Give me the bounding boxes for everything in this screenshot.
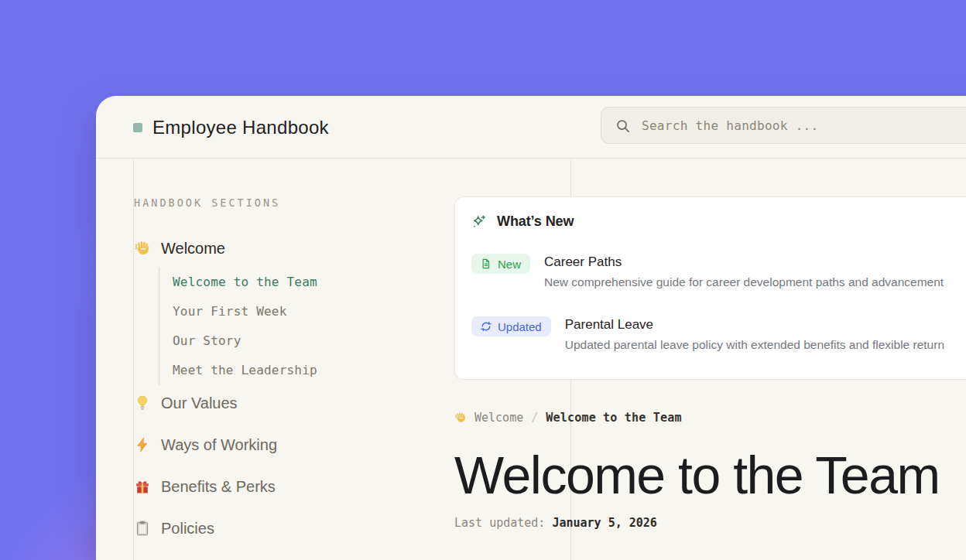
- brand-title: Employee Handbook: [152, 117, 329, 138]
- bulb-icon: [134, 394, 151, 411]
- wave-hand-icon: [454, 411, 467, 424]
- document-icon: [481, 258, 492, 269]
- breadcrumb-section-link[interactable]: Welcome: [474, 411, 523, 425]
- news-text: Career Paths New comprehensive guide for…: [544, 254, 944, 290]
- subsection-your-first-week[interactable]: Your First Week: [173, 297, 436, 326]
- sidebar-item-label: Welcome: [161, 238, 225, 258]
- last-updated-label: Last updated:: [454, 516, 545, 530]
- updated-badge: Updated: [471, 316, 551, 336]
- breadcrumb-current-page: Welcome to the Team: [546, 411, 681, 425]
- handbook-window: Employee Handbook HANDBOOK SECTIONS: [96, 96, 966, 560]
- sidebar-item-ways-of-working[interactable]: Ways of Working: [134, 435, 436, 455]
- bolt-icon: [134, 436, 151, 453]
- search-input[interactable]: [642, 118, 966, 133]
- subsection-our-story[interactable]: Our Story: [173, 326, 436, 356]
- sidebar: HANDBOOK SECTIONS: [134, 159, 436, 538]
- desktop-background: { "brand": { "title": "Employee Handbook…: [0, 0, 966, 560]
- subsection-welcome-to-the-team[interactable]: Welcome to the Team: [173, 268, 436, 297]
- gift-icon: [134, 478, 151, 495]
- sidebar-item-label: Our Values: [161, 393, 238, 413]
- refresh-icon: [481, 321, 492, 332]
- sidebar-item-policies[interactable]: Policies: [134, 518, 436, 538]
- news-item-title: Parental Leave: [565, 316, 944, 333]
- breadcrumb-separator: /: [531, 411, 538, 425]
- sidebar-item-label: Benefits & Perks: [161, 476, 276, 497]
- badge-label: New: [498, 258, 521, 271]
- last-updated-date: January 5, 2026: [552, 516, 656, 530]
- sidebar-item-welcome[interactable]: Welcome: [134, 238, 436, 258]
- badge-label: Updated: [498, 320, 542, 333]
- sidebar-item-our-values[interactable]: Our Values: [134, 393, 436, 413]
- news-item-description: New comprehensive guide for career devel…: [544, 274, 944, 290]
- sidebar-heading: HANDBOOK SECTIONS: [134, 196, 436, 209]
- breadcrumb: Welcome / Welcome to the Team: [454, 409, 966, 426]
- window-body: HANDBOOK SECTIONS: [96, 159, 966, 559]
- sidebar-item-benefits-perks[interactable]: Benefits & Perks: [134, 476, 436, 497]
- sparkle-icon: [471, 214, 487, 230]
- main-content: What’s New New Career Paths New comprehe…: [454, 159, 966, 530]
- brand: Employee Handbook: [133, 96, 329, 159]
- news-item-description: Updated parental leave policy with exten…: [565, 336, 944, 353]
- whats-new-item-parental-leave[interactable]: Updated Parental Leave Updated parental …: [471, 316, 966, 353]
- page-title: Welcome to the Team: [454, 446, 966, 504]
- new-badge: New: [471, 254, 530, 274]
- whats-new-title: What’s New: [497, 213, 574, 230]
- wave-hand-icon: [134, 240, 151, 257]
- welcome-subsections: Welcome to the Team Your First Week Our …: [159, 268, 436, 385]
- clipboard-icon: [134, 520, 151, 537]
- sidebar-item-label: Policies: [161, 518, 214, 538]
- window-header: Employee Handbook: [96, 96, 966, 159]
- last-updated: Last updated: January 5, 2026: [454, 516, 966, 530]
- news-item-title: Career Paths: [544, 254, 944, 271]
- sidebar-item-label: Ways of Working: [161, 435, 277, 455]
- search-icon: [615, 118, 630, 133]
- whats-new-panel: What’s New New Career Paths New comprehe…: [454, 196, 966, 380]
- brand-square-icon: [133, 123, 142, 132]
- news-text: Parental Leave Updated parental leave po…: [565, 316, 944, 353]
- whats-new-header: What’s New: [471, 213, 966, 230]
- whats-new-item-career-paths[interactable]: New Career Paths New comprehensive guide…: [471, 254, 966, 290]
- subsection-meet-the-leadership[interactable]: Meet the Leadership: [173, 356, 436, 385]
- search-box[interactable]: [601, 107, 966, 144]
